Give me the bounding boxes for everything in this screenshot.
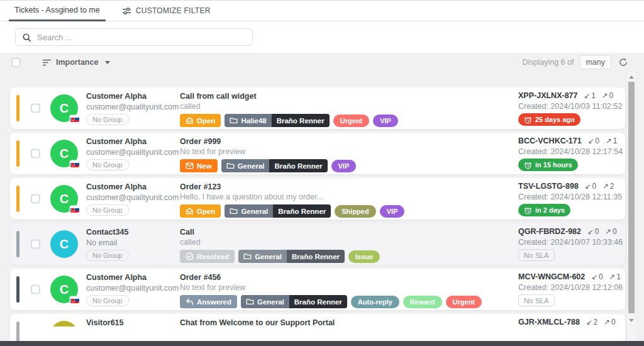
refresh-button[interactable] <box>619 58 628 67</box>
slovakia-flag-icon <box>70 297 79 303</box>
ticket-meta-column: BCC-VCHKC-171 ↙0 ↗1 Created: 2024/10/28 … <box>518 137 623 172</box>
ticket-title[interactable]: Chat from Welcome to our Support Portal <box>180 318 483 328</box>
tag-list: Auto-replyRewardUrgent <box>351 296 482 308</box>
department-badge[interactable]: General Braňo Renner <box>238 250 345 263</box>
ticket-checkbox[interactable] <box>31 104 40 113</box>
arrow-up-right-icon: ↗ <box>609 273 616 281</box>
tag-list: VIP <box>331 160 357 172</box>
ticket-list: C Customer Alpha customer@qualityunit.co… <box>0 72 644 346</box>
ticket-code: XPP-JXLNX-877 <box>518 91 577 100</box>
sla-label: in 15 hours <box>535 161 572 169</box>
avatar-letter: C <box>60 237 69 252</box>
contact-email: customer@qualityunit.com <box>86 147 179 158</box>
alarm-clock-icon <box>524 206 532 215</box>
tag-pill[interactable]: Urgent <box>333 114 369 127</box>
status-badge[interactable]: Open <box>180 114 221 127</box>
reply-icon <box>186 298 194 306</box>
scrollbar-thumb[interactable] <box>628 82 635 313</box>
tab-tickets-assigned[interactable]: Tickets - Assgined to me <box>9 1 106 21</box>
envelope-icon <box>186 162 194 169</box>
scroll-down-arrow-icon[interactable] <box>629 319 634 322</box>
contact-column: Visitor615 <box>86 318 179 328</box>
ticket-checkbox[interactable] <box>31 149 40 159</box>
badge-row: Open General Braňo Renner ShippedVIP <box>180 204 483 218</box>
vertical-scrollbar[interactable] <box>626 72 635 341</box>
ticket-title[interactable]: Order #123 <box>180 182 483 192</box>
ticket-checkbox[interactable] <box>31 240 40 249</box>
ticket-title[interactable]: Call from call widget <box>180 91 483 101</box>
importance-bar <box>16 95 19 121</box>
scroll-up-arrow-icon[interactable] <box>629 75 634 79</box>
sort-control[interactable]: Importance <box>42 58 110 67</box>
incoming-count: ↙1 <box>584 91 595 100</box>
tag-pill[interactable]: VIP <box>373 114 398 127</box>
importance-bar <box>16 186 19 212</box>
group-badge: No Group <box>86 250 129 261</box>
arrow-up-right-icon: ↗ <box>602 182 609 190</box>
tag-pill[interactable]: VIP <box>331 160 357 172</box>
sla-label: in 2 days <box>535 206 565 214</box>
open-envelope-icon <box>186 208 194 215</box>
agent-name: Braňo Renner <box>278 208 326 215</box>
tag-pill[interactable]: Auto-reply <box>351 296 399 308</box>
status-badge[interactable]: New <box>180 159 218 172</box>
status-badge[interactable]: Answered <box>180 295 237 308</box>
tag-list: UrgentVIP <box>333 114 398 127</box>
department-badge[interactable]: General Braňo Renner <box>221 159 328 172</box>
created-timestamp: Created: 2024/10/28 12:11:35 <box>518 191 622 203</box>
search-input[interactable] <box>37 33 246 42</box>
customize-filter-button[interactable]: CUSTOMIZE FILTER <box>122 1 211 21</box>
ticket-meta-column: GJR-XMLCL-788 ↙2 ↗0 <box>518 318 616 326</box>
badge-row: New General Braňo Renner VIP <box>180 159 483 172</box>
avatar-letter: C <box>60 192 69 206</box>
contact-name: Customer Alpha <box>86 182 179 192</box>
agent-name: Braňo Renner <box>274 162 322 170</box>
avatar-letter: C <box>60 101 69 116</box>
contact-column: Customer Alpha customer@qualityunit.com … <box>86 182 179 216</box>
importance-bar <box>16 231 19 257</box>
created-timestamp: Created: 2024/10/28 12:12:06 <box>518 282 623 293</box>
arrow-up-right-icon: ↗ <box>604 318 610 326</box>
ticket-checkbox[interactable] <box>31 285 40 294</box>
ticket-title[interactable]: Order #456 <box>180 272 483 282</box>
ticket-code: MCV-WNGCM-602 <box>518 272 585 281</box>
sla-badge: in 2 days <box>518 204 570 216</box>
ticket-row[interactable]: C Customer Alpha customer@qualityunit.co… <box>10 87 625 129</box>
department-badge[interactable]: Halie48 Braňo Renner <box>225 114 329 127</box>
ticket-checkbox[interactable] <box>31 194 40 204</box>
incoming-count: ↙0 <box>585 182 596 191</box>
ticket-row[interactable]: C Customer Alpha customer@qualityunit.co… <box>10 178 625 220</box>
alarm-clock-icon <box>524 116 532 124</box>
sla-label: No SLA <box>524 297 549 304</box>
ticket-row[interactable]: C Contact345 No email No Group Call call… <box>10 223 625 265</box>
ticket-preview: Hello, I have a question about my order.… <box>180 192 483 203</box>
avatar: C <box>50 185 78 213</box>
page-size-badge[interactable]: many <box>579 55 611 69</box>
tag-pill[interactable]: Issue <box>348 250 380 263</box>
status-badge[interactable]: Open <box>180 204 221 218</box>
sort-label: Importance <box>56 58 98 67</box>
department-badge[interactable]: General Braňo Renner <box>225 204 331 218</box>
ticket-title[interactable]: Order #999 <box>180 137 483 147</box>
ticket-title[interactable]: Call <box>180 227 483 237</box>
ticket-meta-column: XPP-JXLNX-877 ↙1 ↗0 Created: 2024/10/03 … <box>518 91 622 126</box>
ticket-row[interactable]: C Customer Alpha customer@qualityunit.co… <box>10 133 625 174</box>
contact-name: Contact345 <box>86 227 179 237</box>
tune-icon <box>122 7 131 15</box>
tag-pill[interactable]: Shipped <box>335 205 375 218</box>
folder-icon <box>243 253 252 260</box>
contact-email: customer@qualityunit.com <box>86 192 179 203</box>
ticket-code: BCC-VCHKC-171 <box>518 137 582 145</box>
ticket-row[interactable]: C Customer Alpha customer@qualityunit.co… <box>10 269 625 310</box>
tag-pill[interactable]: Reward <box>403 296 442 308</box>
contact-name: Customer Alpha <box>86 272 179 282</box>
tag-pill[interactable]: VIP <box>380 205 405 218</box>
status-label: Resolved <box>197 253 229 260</box>
status-badge[interactable]: Resolved <box>180 250 235 263</box>
status-label: Open <box>197 117 215 125</box>
department-badge[interactable]: General Braňo Renner <box>241 295 347 308</box>
select-all-checkbox[interactable] <box>11 58 21 67</box>
department-name: General <box>257 298 284 306</box>
tag-pill[interactable]: Urgent <box>446 296 482 308</box>
ticket-meta-column: QGR-FBRDZ-982 ↙0 ↗0 Created: 2024/10/07 … <box>518 227 623 261</box>
